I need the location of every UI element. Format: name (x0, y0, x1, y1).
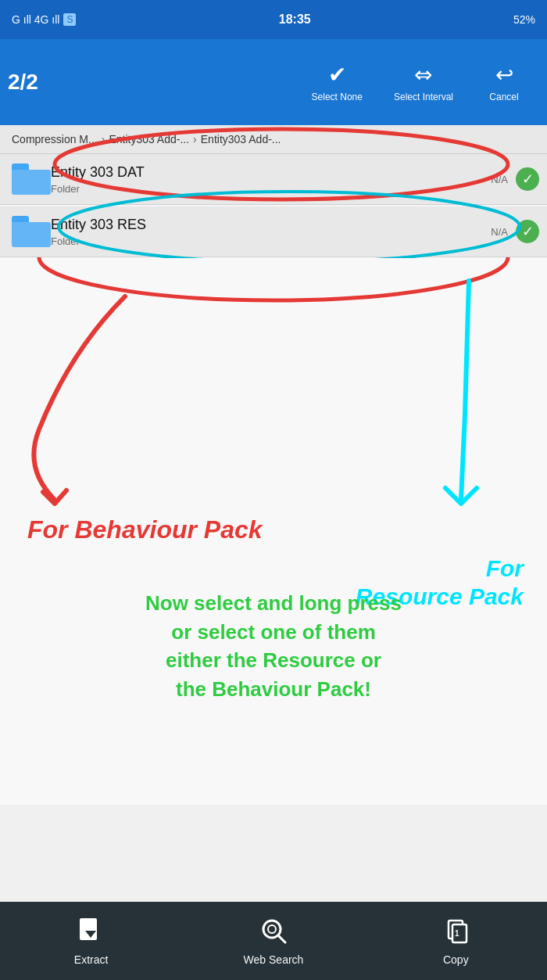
file-size-dat: N/A (491, 174, 508, 185)
breadcrumb-sep1: › (102, 133, 105, 145)
battery-indicator: 52% (513, 13, 535, 26)
folder-icon-dat (12, 163, 51, 195)
file-item-res[interactable]: Entity 303 RES Folder N/A ✓ (0, 206, 547, 257)
status-bar: G ıll 4G ıll S 18:35 52% (0, 0, 547, 39)
file-name-dat: Entity 303 DAT (51, 164, 535, 181)
resource-text1: For (486, 555, 524, 581)
status-time: 18:35 (279, 13, 311, 27)
signal-icon: G ıll 4G ıll (12, 13, 59, 26)
copy-button[interactable]: 1 Copy (417, 917, 495, 966)
select-interval-label: Select Interval (394, 92, 453, 102)
web-search-label: Web Search (244, 953, 304, 966)
file-item-dat[interactable]: Entity 303 DAT Folder N/A ✓ (0, 154, 547, 205)
file-info-dat: Entity 303 DAT Folder (51, 164, 535, 195)
select-none-button[interactable]: ✔ Select None (296, 54, 378, 110)
action-buttons: ✔ Select None ⇔ Select Interval ↩ Cancel (296, 54, 539, 110)
select-none-icon: ✔ (328, 62, 346, 88)
file-name-res: Entity 303 RES (51, 217, 535, 233)
file-check-dat: ✓ (516, 167, 539, 191)
behaviour-pack-label: For Behaviour Pack (27, 515, 263, 544)
file-info-res: Entity 303 RES Folder (51, 217, 535, 247)
extract-button[interactable]: Extract (52, 917, 130, 966)
web-search-icon (259, 917, 287, 949)
select-interval-icon: ⇔ (414, 62, 432, 88)
breadcrumb-part3[interactable]: Entity303 Add-... (201, 133, 281, 145)
select-interval-button[interactable]: ⇔ Select Interval (378, 54, 469, 110)
selection-count: 2/2 (8, 70, 63, 95)
annotation-area: For Behaviour Pack For Resource Pack Now… (0, 257, 547, 805)
file-type-res: Folder (51, 235, 535, 247)
svg-rect-3 (80, 918, 97, 940)
file-size-res: N/A (491, 226, 508, 238)
svg-point-7 (268, 925, 276, 933)
web-search-button[interactable]: Web Search (234, 917, 313, 966)
action-bar: 2/2 ✔ Select None ⇔ Select Interval ↩ Ca… (0, 39, 547, 125)
extract-label: Extract (74, 953, 109, 966)
svg-text:1: 1 (455, 929, 459, 938)
extract-icon (77, 917, 105, 949)
breadcrumb-part2[interactable]: Entity303 Add-... (109, 133, 189, 145)
cancel-icon: ↩ (495, 62, 513, 88)
folder-icon-res (12, 216, 51, 247)
breadcrumb-part1[interactable]: Compression M... (12, 133, 98, 145)
sim-icon: S (63, 13, 76, 26)
cancel-button[interactable]: ↩ Cancel (469, 54, 539, 110)
instruction-text: Now select and long press or select one … (47, 589, 500, 703)
file-check-res: ✓ (516, 220, 539, 243)
breadcrumb-sep2: › (193, 133, 197, 145)
copy-icon: 1 (442, 917, 470, 949)
cancel-label: Cancel (489, 92, 518, 102)
bottom-bar: Extract Web Search 1 Copy (0, 902, 547, 980)
copy-label: Copy (443, 953, 469, 966)
svg-point-0 (39, 257, 508, 300)
svg-line-6 (278, 935, 285, 942)
select-none-label: Select None (312, 92, 363, 102)
breadcrumb: Compression M... › Entity303 Add-... › E… (0, 125, 547, 154)
status-left: G ıll 4G ıll S (12, 13, 76, 26)
file-list: Entity 303 DAT Folder N/A ✓ Entity 303 R… (0, 154, 547, 257)
file-type-dat: Folder (51, 183, 535, 195)
